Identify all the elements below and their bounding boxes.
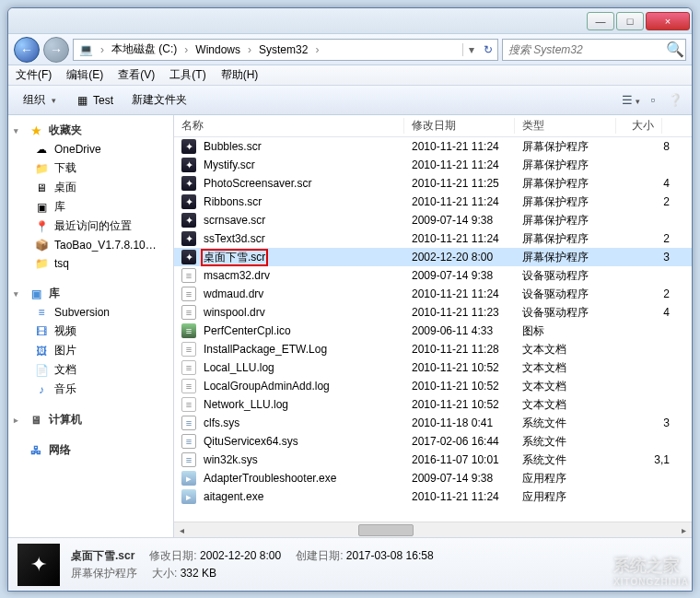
file-row[interactable]: ✦ssText3d.scr 2010-11-21 11:24 屏幕保护程序 2 [174,229,692,248]
view-mode-button[interactable]: ☰ [620,93,642,107]
file-size: 8 [624,140,670,153]
file-row[interactable]: ≡Local_LLU.log 2010-11-21 10:52 文本文档 [174,358,692,377]
file-row[interactable]: ≡QituServicex64.sys 2017-02-06 16:44 系统文… [174,432,692,451]
file-row[interactable]: ≡win32k.sys 2016-11-07 10:01 系统文件 3,1 [174,451,692,469]
bc-computer-icon[interactable]: 💻 [74,43,99,56]
file-name: Ribbons.scr [202,195,263,208]
col-name[interactable]: 名称 [174,118,404,134]
sidebar-lib-item[interactable]: 📄文档 [8,360,173,380]
chevron-right-icon: › [182,43,190,56]
sidebar-fav-item[interactable]: 📁下载 [8,158,173,178]
file-date: 2010-11-21 11:24 [412,158,522,171]
scroll-right-icon[interactable]: ▸ [676,522,692,538]
col-type[interactable]: 类型 [515,118,616,134]
sidebar-fav-item[interactable]: 🖥桌面 [8,178,173,197]
search-box[interactable]: 🔍 [502,39,686,61]
file-row[interactable]: ≡clfs.sys 2010-11-18 0:41 系统文件 3 [174,414,692,432]
file-row[interactable]: ✦PhotoScreensaver.scr 2010-11-21 11:25 屏… [174,174,692,193]
menu-help[interactable]: 帮助(H) [214,67,266,83]
sidebar-fav-item[interactable]: 📍最近访问的位置 [8,217,173,236]
file-row[interactable]: ✦Bubbles.scr 2010-11-21 11:24 屏幕保护程序 8 [174,137,692,156]
scroll-thumb[interactable] [358,524,414,536]
file-row[interactable]: ✦scrnsave.scr 2009-07-14 9:38 屏幕保护程序 [174,211,692,229]
file-row[interactable]: ✦Ribbons.scr 2010-11-21 11:24 屏幕保护程序 2 [174,193,692,211]
file-icon: ≡ [181,379,196,393]
file-row[interactable]: ≡winspool.drv 2010-11-21 11:23 设备驱动程序 4 [174,303,692,322]
file-thumbnail: ✦ [18,544,60,586]
sidebar-lib-item[interactable]: 🖼图片 [8,341,173,360]
file-row[interactable]: ≡LocalGroupAdminAdd.log 2010-11-21 10:52… [174,377,692,395]
breadcrumb-dropdown[interactable]: ▾ [462,43,479,56]
help-button[interactable]: ❔ [664,93,686,107]
minimize-button[interactable]: — [587,12,614,30]
file-name: PhotoScreensaver.scr [202,177,313,190]
test-button[interactable]: ▦ Test [65,89,122,111]
bc-seg-drive[interactable]: 本地磁盘 (C:) [106,41,182,57]
file-row[interactable]: ≡Network_LLU.log 2010-11-21 10:52 文本文档 [174,395,692,414]
file-name: InstallPackage_ETW.Log [202,343,329,356]
file-type: 设备驱动程序 [522,268,624,284]
file-type: 设备驱动程序 [522,305,624,321]
file-list[interactable]: ✦Bubbles.scr 2010-11-21 11:24 屏幕保护程序 8 ✦… [174,137,692,522]
maximize-button[interactable]: □ [616,12,644,30]
file-row[interactable]: ≡PerfCenterCpl.ico 2009-06-11 4:33 图标 [174,322,692,340]
sidebar-lib-item[interactable]: ♪音乐 [8,380,173,399]
test-icon: ▦ [75,93,89,108]
breadcrumb[interactable]: 💻 › 本地磁盘 (C:) › Windows › System32 › ▾ ↻ [73,39,498,61]
col-date[interactable]: 修改日期 [404,118,515,134]
col-size[interactable]: 大小 [616,118,662,134]
menu-view[interactable]: 查看(V) [111,67,162,83]
file-name: Local_LLU.log [202,361,276,374]
library-icon: ▣ [29,287,43,301]
file-row[interactable]: ▸aitagent.exe 2010-11-21 11:24 应用程序 [174,487,692,506]
file-icon: ✦ [181,231,196,246]
file-name: LocalGroupAdminAdd.log [202,380,332,393]
sidebar-item-label: 音乐 [54,381,76,397]
file-icon: ✦ [181,176,196,191]
scroll-left-icon[interactable]: ◂ [174,522,190,538]
video-icon: 🎞 [34,324,49,339]
sidebar-fav-item[interactable]: ☁OneDrive [8,140,173,158]
menu-tools[interactable]: 工具(T) [162,67,213,83]
lib-icon: ▣ [34,200,49,215]
sidebar-lib-item[interactable]: ≡Subversion [8,303,173,322]
search-input[interactable] [503,43,665,56]
detail-filetype: 屏幕保护程序 [71,566,137,581]
menu-file[interactable]: 文件(F) [8,67,59,83]
preview-pane-button[interactable]: ▫ [642,93,664,107]
detail-createdate-label: 创建日期: [296,549,343,562]
sidebar-favorites-header[interactable]: ▾ ★ 收藏夹 [8,121,173,140]
bc-seg-windows[interactable]: Windows [190,43,246,56]
sidebar-libraries-header[interactable]: ▾ ▣ 库 [8,284,173,303]
bc-seg-system32[interactable]: System32 [253,43,313,56]
menu-edit[interactable]: 编辑(E) [59,67,111,83]
file-icon: ✦ [181,194,196,209]
recent-icon: 📍 [34,219,49,234]
file-icon: ✦ [181,213,196,228]
back-button[interactable]: ← [14,37,40,63]
search-icon[interactable]: 🔍 [665,41,685,58]
sidebar-fav-item[interactable]: 📁tsq [8,254,173,273]
file-row[interactable]: ▸AdapterTroubleshooter.exe 2009-07-14 9:… [174,469,692,487]
file-row[interactable]: ≡wdmaud.drv 2010-11-21 11:24 设备驱动程序 2 [174,285,692,303]
sidebar-lib-item[interactable]: 🎞视频 [8,322,173,341]
sidebar-item-label: TaoBao_V1.7.8.10… [54,239,157,252]
file-row[interactable]: ✦桌面下雪.scr 2002-12-20 8:00 屏幕保护程序 3 [174,248,692,266]
file-size: 4 [624,306,670,319]
file-type: 应用程序 [522,489,624,505]
forward-button[interactable]: → [43,37,69,63]
sidebar-fav-item[interactable]: 📦TaoBao_V1.7.8.10… [8,236,173,254]
close-button[interactable]: × [646,12,690,30]
chevron-right-icon: › [246,43,253,56]
refresh-icon[interactable]: ↻ [479,43,497,56]
sidebar-fav-item[interactable]: ▣库 [8,197,173,217]
file-date: 2010-11-21 11:24 [412,195,522,208]
sidebar-computer-header[interactable]: ▸ 🖥 计算机 [8,410,173,429]
sidebar-network-header[interactable]: 🖧 网络 [8,440,173,460]
horizontal-scrollbar[interactable]: ◂ ▸ [174,522,692,537]
file-row[interactable]: ✦Mystify.scr 2010-11-21 11:24 屏幕保护程序 [174,156,692,174]
organize-button[interactable]: 组织 [14,88,65,111]
file-row[interactable]: ≡msacm32.drv 2009-07-14 9:38 设备驱动程序 [174,266,692,285]
file-row[interactable]: ≡InstallPackage_ETW.Log 2010-11-21 11:28… [174,340,692,358]
new-folder-button[interactable]: 新建文件夹 [122,88,196,111]
